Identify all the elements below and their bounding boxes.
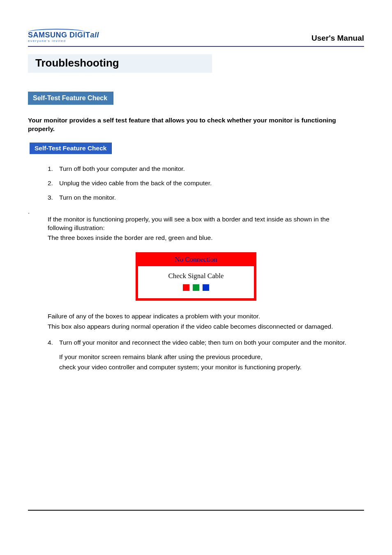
list-number: 3. <box>48 193 59 202</box>
body-paragraph: check your video controller and computer… <box>59 363 355 372</box>
page-title: Troubleshooting <box>28 54 212 73</box>
logo-text-main: SAMSUNG DIGIT <box>28 31 90 39</box>
manual-title: User's Manual <box>311 34 364 43</box>
diagram-inner: Check Signal Cable <box>138 266 254 298</box>
page: SAMSUNG DIGITall everyone's invited User… <box>0 0 392 555</box>
list-item: 4. Turn off your monitor and reconnect t… <box>48 339 364 347</box>
body-paragraph: The three boxes inside the border are re… <box>48 234 344 242</box>
logo-tagline: everyone's invited <box>28 39 99 43</box>
body-paragraph: If your monitor screen remains blank aft… <box>59 353 355 362</box>
procedure-list: 1. Turn off both your computer and the m… <box>48 165 364 202</box>
procedure-list-continued: 4. Turn off your monitor and reconnect t… <box>48 339 364 347</box>
list-number: 4. <box>48 339 59 347</box>
body-paragraph: Failure of any of the boxes to appear in… <box>48 312 344 321</box>
diagram-title: No Connection <box>138 255 254 266</box>
subsection-heading-selftest: Self-Test Feature Check <box>30 143 112 154</box>
blue-square-icon <box>203 284 209 291</box>
list-text: Unplug the video cable from the back of … <box>59 179 212 188</box>
rgb-squares <box>141 284 251 291</box>
logo-text-italic: all <box>90 31 99 39</box>
stray-dot: . <box>28 208 364 215</box>
list-text: Turn off your monitor and reconnect the … <box>59 339 346 347</box>
brand-logo: SAMSUNG DIGITall everyone's invited <box>28 29 99 43</box>
body-paragraph: This box also appears during normal oper… <box>48 322 344 331</box>
list-text: Turn on the monitor. <box>59 193 116 202</box>
list-item: 3. Turn on the monitor. <box>48 193 364 202</box>
green-square-icon <box>193 284 199 291</box>
page-header: SAMSUNG DIGITall everyone's invited User… <box>28 29 364 43</box>
list-text: Turn off both your computer and the moni… <box>59 165 185 173</box>
list-number: 2. <box>48 179 59 188</box>
logo-text: SAMSUNG DIGITall <box>28 31 99 39</box>
header-divider <box>28 46 364 47</box>
list-number: 1. <box>48 165 59 173</box>
footer-divider <box>28 510 364 511</box>
red-square-icon <box>183 284 189 291</box>
diagram-subtitle: Check Signal Cable <box>141 272 251 280</box>
body-paragraph: If the monitor is functioning properly, … <box>48 215 344 233</box>
list-item: 1. Turn off both your computer and the m… <box>48 165 364 173</box>
diagram-container: No Connection Check Signal Cable <box>28 252 364 301</box>
list-item: 2. Unplug the video cable from the back … <box>48 179 364 188</box>
section-heading-selftest: Self-Test Feature Check <box>28 92 113 105</box>
no-connection-diagram: No Connection Check Signal Cable <box>136 252 256 301</box>
intro-paragraph: Your monitor provides a self test featur… <box>28 116 364 134</box>
